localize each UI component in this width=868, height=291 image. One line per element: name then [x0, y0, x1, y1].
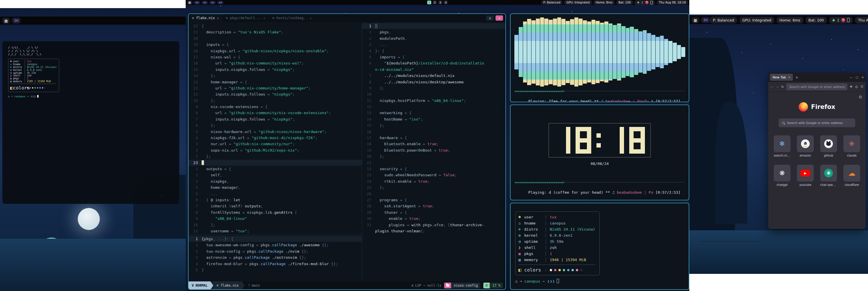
shortcut-tile-cloudflare[interactable]: ☁cloudflare [843, 165, 860, 186]
reload-button[interactable]: ↻ [781, 85, 784, 89]
line-number: 2 [362, 35, 371, 41]
workspace-button-4[interactable]: 4 [444, 1, 448, 4]
vpn-tray-icon[interactable]: ♣ [637, 1, 640, 4]
editor-tab[interactable]: ❄hosts/isoImag..✕ [269, 14, 315, 22]
line-number: 10 [362, 91, 371, 97]
firefox-logo [799, 102, 808, 112]
editor-tab[interactable]: ❄pkgs/default...✕ [222, 14, 269, 22]
view-toggle-button[interactable]: ◎ [486, 16, 494, 21]
extensions-icon[interactable]: ❖ [850, 85, 852, 89]
music-separator: =====================> [515, 89, 685, 93]
shortcut-tile-amazon[interactable]: aamazon [797, 135, 814, 157]
code-text: { [375, 23, 377, 29]
line-number: 18 [189, 48, 198, 54]
clock-window[interactable]: 08/08/24 =====================> Playing:… [510, 105, 689, 200]
tab-close-icon[interactable]: ✕ [788, 76, 790, 79]
color-wheel-tray-icon[interactable] [645, 1, 648, 4]
bluetooth-tray-icon[interactable]: ᛒ [837, 18, 840, 22]
search-icon [782, 122, 784, 124]
tty-clock [549, 123, 651, 157]
browser-tab[interactable]: New Tab✕ [770, 74, 793, 81]
shortcut-tile-chatgpt[interactable]: ❋chatgpt [774, 165, 790, 186]
fetch-terminal-window[interactable]: ☻usertux⌂hnamecanopus❄distroNixOS 24.11 … [510, 203, 689, 290]
window-button[interactable]: $W [193, 1, 200, 4]
bluetooth-tray-icon[interactable]: ᛒ [642, 1, 643, 4]
app-launcher-button[interactable]: ▦ [187, 1, 192, 5]
tab-close-icon[interactable]: ✕ [217, 17, 219, 20]
window-button[interactable]: $W [217, 1, 224, 4]
cava-bar [625, 18, 630, 87]
fetch-label: distro [524, 227, 544, 231]
menu-icon[interactable]: ☰ [861, 85, 863, 89]
phone-tray-icon[interactable] [650, 1, 653, 4]
code-line: 9 nix-vscode-extensions = { [189, 104, 362, 110]
new-tab-button[interactable]: + [795, 75, 798, 80]
editor-pane-right[interactable]: 1{1 pkgs,2 modulesPath,3 ...4}: {5 impor… [362, 22, 505, 282]
firefox-window[interactable]: New Tab✕ + —▢✕ ← → ↻ Search with Google … [768, 72, 866, 229]
app-launcher-button[interactable]: ▦ [692, 17, 699, 23]
cava-bar [523, 18, 527, 87]
window-button[interactable]: $W [12, 18, 21, 24]
cava-bar [527, 18, 531, 87]
shortcut-tile-chat.openai[interactable]: ❋chat.openai [820, 165, 837, 186]
close-button[interactable]: ✕ [862, 76, 864, 79]
tab-close-icon[interactable]: ✕ [264, 17, 265, 20]
maximize-button[interactable]: ▢ [856, 76, 858, 79]
back-button[interactable]: ← [771, 85, 773, 89]
account-icon[interactable]: ◎ [855, 85, 858, 89]
gear-icon[interactable]: ⚙ [859, 95, 862, 99]
ascii-art: / \/()_ _/ \ \/ / / /\ \ \ \/ /\ \ /_/_/… [8, 46, 179, 56]
line-number: 2 [189, 172, 198, 178]
fastfetch-output: ☻usertux⌂hnamecanopus❄distroNixOS 24.11 … [515, 211, 600, 275]
code-text: ... [202, 191, 218, 197]
shortcut-tile-search.nixos[interactable]: ❄search.nixos [774, 135, 790, 157]
cava-bar [595, 18, 600, 87]
line-number: 20 [362, 153, 371, 159]
color-dot [571, 269, 574, 271]
lsp-status: ⚙LSP ~ null-ls [411, 284, 441, 288]
shortcut-tile-claude[interactable]: ✳claude [843, 135, 860, 157]
window-button[interactable]: $W [209, 1, 216, 4]
workspace-button-3[interactable]: 3 [438, 1, 442, 4]
workspace-button-2[interactable]: 2 [433, 1, 437, 4]
phone-tray-icon[interactable] [847, 18, 850, 22]
vpn-tray-icon[interactable]: ♣ [832, 18, 835, 22]
visualizer-window[interactable]: =====================> Playing: ffee for… [510, 13, 689, 102]
code-line: 1 pkgs, [362, 29, 505, 35]
code-line: 9 ]; [362, 85, 505, 91]
cava-bar [612, 18, 617, 87]
editor-splits: 22{21 description = "tux's NixOS Flake";… [189, 22, 505, 282]
clock-module[interactable]: Thu Aug 08, 18:18 [656, 0, 688, 5]
url-bar[interactable]: Search with Google or enter address [786, 83, 847, 90]
window-button[interactable]: $W [202, 1, 208, 4]
forward-button[interactable]: → [776, 85, 779, 89]
code-text: ... [375, 41, 386, 48]
minimize-button[interactable]: — [849, 76, 852, 79]
shortcut-tile-youtube[interactable]: ▶youtube [797, 165, 814, 186]
fetch-label: distro [13, 66, 24, 68]
distro-icon: ❄ [519, 227, 524, 231]
arrow-icon: ➜ [518, 279, 522, 284]
color-wheel-tray-icon[interactable] [841, 18, 845, 22]
shortcut-tile-github[interactable]: github [820, 135, 837, 157]
terminal-window[interactable]: / \/()_ _/ \ \/ / / /\ \ \ \/ /\ \ /_/_/… [2, 41, 179, 204]
code-text: url = "github:nix-community/nixos-wsl"; [202, 60, 304, 66]
editor-tab[interactable]: ❄flake.nix✕ [189, 14, 222, 22]
cava-bar [591, 18, 596, 87]
fetch-value: 4h 23m [25, 71, 36, 74]
tab-close-icon[interactable]: ✕ [310, 17, 312, 20]
workspace-button-1[interactable]: 1 [427, 1, 431, 4]
editor-pane-left[interactable]: 22{21 description = "tux's NixOS Flake";… [189, 22, 362, 282]
line-number: 2 [189, 248, 198, 254]
code-line: 3 astronvim = pkgs.callPackage ./astronv… [189, 254, 362, 261]
search-input[interactable]: Search with Google or enter address [779, 118, 855, 127]
window-button[interactable]: $W [701, 17, 710, 23]
prompt-chevrons: ❯❯❯ [545, 279, 555, 284]
code-line: 2 tux-nvim-config = pkgs.callPackage ./n… [189, 248, 362, 254]
buffer-close-button[interactable]: ✕ [496, 16, 503, 21]
clock-module[interactable]: Thu Aug 08, 18:39 [855, 17, 868, 24]
editor-window[interactable]: ❄flake.nix✕❄pkgs/default...✕❄hosts/isoIm… [188, 13, 506, 290]
line-number: 13 [189, 79, 198, 85]
shortcut-label: search.nixos [774, 154, 790, 157]
app-launcher-button[interactable]: ▦ [2, 18, 10, 24]
